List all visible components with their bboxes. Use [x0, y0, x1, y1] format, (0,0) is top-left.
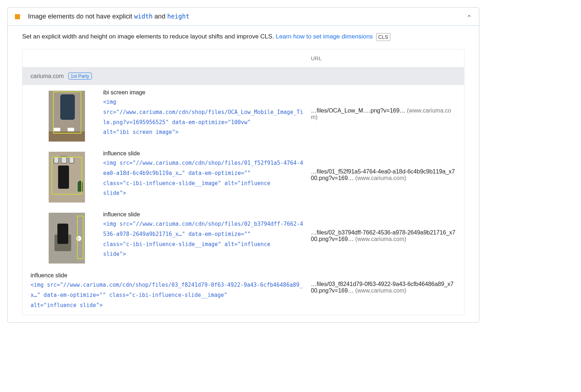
- node-snippet[interactable]: <img src="//www.cariuma.com/cdn/shop/fil…: [103, 219, 304, 260]
- url-cell: …files/02_b3794dff-7662-4536-a978-2649a9…: [311, 211, 456, 242]
- node-snippet[interactable]: <img src="//www.cariuma.com/cdn/shop/fil…: [103, 158, 304, 199]
- url-cell: …files/03_f8241d79-0f63-4922-9a43-6cfb46…: [311, 272, 456, 294]
- highlight-overlay: [77, 216, 84, 259]
- node-label: influence slide: [103, 150, 304, 157]
- audit-header[interactable]: Image elements do not have explicit widt…: [8, 8, 479, 25]
- table-row: influence slide <img src="//www.cariuma.…: [23, 268, 464, 315]
- node-snippet[interactable]: <img src="//www.cariuma.com/cdn/shop/fil…: [103, 97, 304, 138]
- node-label: influence slide: [103, 211, 304, 218]
- code-height: height: [167, 13, 189, 20]
- thumbnail-cell: [31, 150, 103, 203]
- node-snippet[interactable]: <img src="//www.cariuma.com/cdn/shop/fil…: [31, 280, 304, 310]
- table-header: URL: [23, 49, 464, 68]
- audit-body: Set an explicit width and height on imag…: [8, 26, 479, 322]
- node-thumbnail: [49, 91, 85, 142]
- cls-badge: CLS: [376, 33, 390, 41]
- code-width: width: [134, 13, 153, 20]
- url-origin: (www.cariuma.com): [355, 175, 406, 181]
- highlight-overlay: [52, 157, 82, 195]
- learn-more-link[interactable]: Learn how to set image dimensions: [276, 33, 373, 40]
- highlight-overlay: [53, 91, 81, 134]
- table-row: › influence slide <img src="//www.carium…: [23, 207, 464, 268]
- node-cell: influence slide <img src="//www.cariuma.…: [103, 150, 311, 199]
- column-header-url: URL: [311, 55, 456, 61]
- url-text[interactable]: …files/OCA_Low_M….png?v=169…: [311, 107, 405, 114]
- node-cell: influence slide <img src="//www.cariuma.…: [103, 211, 311, 260]
- url-cell: …files/OCA_Low_M….png?v=169… (www.carium…: [311, 89, 456, 121]
- host-name: cariuma.com: [31, 73, 64, 79]
- first-party-badge: 1st Party: [68, 73, 92, 79]
- status-icon: [15, 14, 20, 19]
- chevron-up-icon[interactable]: [467, 13, 472, 20]
- host-group-row: cariuma.com 1st Party: [23, 68, 464, 85]
- audit-title-text: Image elements do not have explicit: [28, 13, 134, 20]
- thumbnail-cell: [31, 89, 103, 142]
- description-text: Set an explicit width and height on imag…: [22, 33, 276, 40]
- table-row: influence slide <img src="//www.cariuma.…: [23, 146, 464, 207]
- url-origin: (www.cariuma.com): [355, 287, 406, 294]
- audit-title: Image elements do not have explicit widt…: [28, 13, 467, 20]
- audit-description: Set an explicit width and height on imag…: [22, 33, 464, 41]
- url-origin: (www.cariuma.com): [355, 236, 406, 242]
- node-thumbnail: ›: [49, 213, 85, 264]
- table-row: ibi screen image <img src="//www.cariuma…: [23, 85, 464, 146]
- thumbnail-cell: ›: [31, 211, 103, 264]
- url-cell: …files/01_f52f91a5-4764-4ea0-a18d-6c4b9c…: [311, 150, 456, 181]
- audit-title-mid: and: [153, 13, 167, 20]
- audit-panel: Image elements do not have explicit widt…: [7, 7, 479, 323]
- node-cell: ibi screen image <img src="//www.cariuma…: [103, 89, 311, 138]
- node-label: influence slide: [31, 272, 304, 279]
- node-label: ibi screen image: [103, 89, 304, 96]
- results-table: URL cariuma.com 1st Party: [22, 49, 464, 315]
- node-cell: influence slide <img src="//www.cariuma.…: [31, 272, 311, 310]
- node-thumbnail: [49, 152, 85, 203]
